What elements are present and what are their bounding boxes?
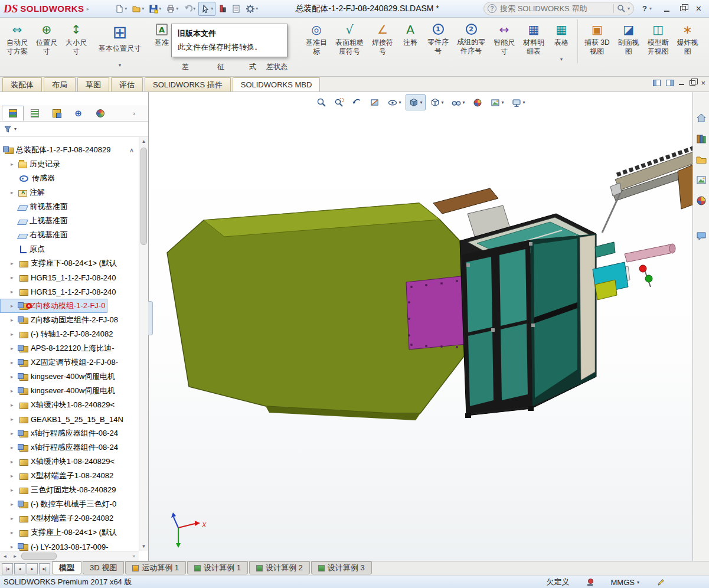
ribbon-button[interactable]: ⊕ 位置尺 寸 ▾: [32, 19, 61, 69]
tree-item[interactable]: ▸ HGR15_1-1-2-FJ-08-240: [0, 285, 139, 299]
expand-triangle-icon[interactable]: ▸: [11, 530, 16, 535]
file-explorer-button[interactable]: [694, 152, 708, 166]
tree-item[interactable]: ▸ (-) 转轴1-2-FJ-08-24082: [0, 327, 139, 341]
ribbon-button[interactable]: ▦ 材料明 细表 ▾: [519, 19, 548, 63]
tree-item[interactable]: ▸ (-) 数控车机械手三色灯-0: [0, 497, 139, 511]
apply-scene-button[interactable]: ▾: [487, 94, 507, 110]
stack-light[interactable]: [639, 265, 652, 287]
expand-triangle-icon[interactable]: ▸: [11, 331, 16, 337]
close-button[interactable]: ×: [691, 2, 707, 15]
collapse-caret-icon[interactable]: ∧: [129, 146, 134, 154]
ribbon-button[interactable]: ▣ 捕获 3D 视图 ▾: [577, 19, 614, 63]
ribbon-button[interactable]: ◪ 剖面视 图 ▾: [614, 19, 643, 63]
graphics-viewport[interactable]: X ▾ ▾ ▾ ▾: [149, 92, 692, 561]
study-tab[interactable]: 3D 视图: [83, 561, 124, 574]
design-library-button[interactable]: [694, 132, 708, 146]
panel-expand-arrow-icon[interactable]: ›: [133, 110, 135, 117]
tree-item[interactable]: ▸ kingsever-400w伺服电机: [0, 370, 139, 384]
expand-triangle-icon[interactable]: ▸: [11, 260, 16, 266]
tree-item[interactable]: ▸ 支撑座下-08-24<1> (默认: [0, 256, 139, 270]
tab-scroll-right-button[interactable]: ▸: [27, 563, 38, 574]
search-input[interactable]: [500, 4, 610, 13]
scroll-left-icon[interactable]: ◂: [0, 551, 10, 561]
save-button[interactable]: ▾: [147, 2, 163, 16]
doc-restore-icon[interactable]: [690, 80, 695, 86]
ribbon-button[interactable]: ◫ 模型断 开视图 ▾: [643, 19, 673, 63]
ribbon-button[interactable]: ⇔ 自动尺 寸方案 ▾: [2, 19, 32, 69]
study-tab[interactable]: 运动算例 1: [125, 561, 186, 574]
performance-button[interactable]: [217, 2, 228, 16]
ribbon-button[interactable]: ⊞ 基本位置尺寸 ▾: [91, 19, 149, 69]
view-orientation-button[interactable]: ▾: [405, 94, 425, 110]
minimize-button[interactable]: [659, 2, 675, 15]
scrollbar-track[interactable]: [20, 551, 129, 561]
edit-pencil-icon[interactable]: [657, 578, 665, 586]
open-button[interactable]: ▾: [130, 2, 146, 16]
zoom-area-button[interactable]: [331, 94, 347, 110]
study-tab[interactable]: 设计算例 3: [311, 561, 372, 574]
tree-item[interactable]: ▸ X轴缓冲块1-08-240829<: [0, 398, 139, 412]
ribbon-button[interactable]: ↕ 大小尺 寸 ▾: [61, 19, 91, 69]
expand-triangle-icon[interactable]: ▸: [11, 360, 16, 365]
tab-scroll-last-button[interactable]: ▸|: [39, 563, 50, 574]
doc-minimize-icon[interactable]: [679, 84, 684, 85]
expand-triangle-icon[interactable]: ▸: [11, 487, 16, 493]
electrical-cabinet[interactable]: [460, 214, 596, 418]
command-tab[interactable]: 装配体: [2, 77, 42, 92]
expand-triangle-icon[interactable]: ▸: [11, 416, 16, 422]
expand-triangle-icon[interactable]: ▸: [11, 289, 16, 295]
tree-item[interactable]: ▸ 右视基准面: [0, 228, 139, 242]
tab-scroll-first-button[interactable]: |◂: [2, 563, 13, 574]
help-button[interactable]: ? ▾: [642, 4, 652, 13]
expand-triangle-icon[interactable]: ▸: [11, 402, 16, 408]
tree-item[interactable]: ▸ 前视基准面: [0, 200, 139, 214]
tree-item[interactable]: ▸ kingsever-400w伺服电机: [0, 384, 139, 398]
expand-triangle-icon[interactable]: ▸: [11, 303, 16, 309]
tab-dimxpertmanager[interactable]: ⊕: [67, 106, 89, 121]
view-palette-button[interactable]: [694, 173, 708, 187]
tree-item[interactable]: ▸ 注解: [0, 185, 139, 200]
command-tab[interactable]: 草图: [77, 77, 109, 92]
expand-triangle-icon[interactable]: ▸: [11, 430, 16, 436]
solidworks-resources-button[interactable]: [694, 111, 708, 125]
ribbon-button[interactable]: ∗ 爆炸视 图 ▾: [673, 19, 703, 63]
search-icon[interactable]: [617, 4, 626, 13]
command-tab[interactable]: SOLIDWORKS 插件: [145, 77, 231, 92]
display-style-button[interactable]: ▾: [426, 94, 446, 110]
scrollbar-thumb[interactable]: [21, 553, 57, 560]
tree-item[interactable]: ▸ 上视基准面: [0, 214, 139, 228]
pane-left-icon[interactable]: [653, 80, 661, 86]
study-tab[interactable]: 设计算例 1: [187, 561, 248, 574]
study-tab[interactable]: 设计算例 2: [249, 561, 310, 574]
panel-splitter-handle[interactable]: [148, 301, 153, 335]
tree-item[interactable]: ▸ X型材端盖子1-08-24082: [0, 469, 139, 483]
tree-item[interactable]: ▸ GEAKB1_5_25_15_B_14N: [0, 412, 139, 426]
tree-item[interactable]: ▸ 支撑座上-08-24<1> (默认: [0, 525, 139, 540]
task-list-button[interactable]: [230, 2, 243, 16]
tree-item[interactable]: ▸ 三色灯固定块-08-240829: [0, 483, 139, 497]
tree-item[interactable]: ▸ HGR15_1-1-2-FJ-08-240: [0, 270, 139, 285]
expand-triangle-icon[interactable]: ▸: [11, 445, 16, 450]
scroll-end-icon[interactable]: »: [129, 551, 139, 561]
scroll-down-icon[interactable]: ▼: [139, 542, 148, 551]
doc-close-icon[interactable]: ×: [701, 79, 705, 87]
hide-show-items-button[interactable]: ▾: [448, 94, 468, 110]
tree-item[interactable]: ▸ (-) LY-2013-08-17-009-: [0, 540, 139, 551]
undo-button[interactable]: ▾: [181, 2, 197, 16]
ribbon-button[interactable]: 2 成组的零 件序号 ▾: [453, 19, 489, 63]
expand-triangle-icon[interactable]: ▸: [11, 374, 16, 380]
tab-scroll-left-button[interactable]: ◂: [14, 563, 25, 574]
ribbon-button[interactable]: ∠ 焊接符 号 ▾: [368, 19, 397, 63]
expand-triangle-icon[interactable]: ▸: [11, 459, 16, 465]
chevron-down-icon[interactable]: ▾: [628, 6, 630, 11]
scroll-right-icon[interactable]: ▸: [10, 551, 20, 561]
cable-chain-rail[interactable]: [602, 144, 692, 233]
tree-root-item[interactable]: 总装配体-1-2-FJ-08-240829 ∧: [0, 143, 139, 157]
expand-triangle-icon[interactable]: ▸: [11, 275, 16, 280]
tree-item[interactable]: ▸ x轴行程感应器组件-08-24: [0, 440, 139, 455]
pane-right-icon[interactable]: [666, 80, 674, 86]
new-document-button[interactable]: ▾: [113, 2, 129, 16]
scroll-up-icon[interactable]: ▲: [139, 137, 148, 146]
expand-triangle-icon[interactable]: ▸: [11, 473, 16, 479]
appearances-scenes-button[interactable]: [694, 194, 708, 208]
